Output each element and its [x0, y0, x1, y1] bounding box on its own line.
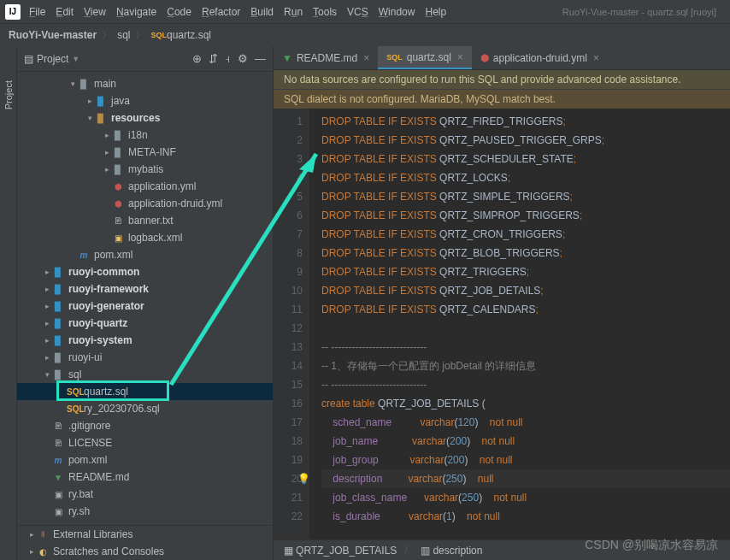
menu-run[interactable]: Run — [284, 6, 303, 18]
close-icon[interactable]: × — [363, 52, 369, 64]
tree-rybat[interactable]: ▣ry.bat — [17, 486, 273, 503]
project-panel-title: Project — [37, 53, 68, 65]
menu-code[interactable]: Code — [167, 6, 191, 18]
tree-ry-sql[interactable]: SQLry_20230706.sql — [17, 400, 273, 417]
editor-tabs: ▼README.md× SQLquartz.sql× ⬢application-… — [274, 46, 730, 70]
sql-file-icon: SQL — [67, 404, 80, 414]
project-tree-bottom: ▸⫴External Libraries ▸◐Scratches and Con… — [17, 525, 273, 560]
menu-window[interactable]: Window — [379, 6, 415, 18]
status-bar: ▦ QRTZ_JOB_DETAILS 〉 ▥ description — [274, 539, 730, 560]
tree-application-druid[interactable]: ⬢application-druid.yml — [17, 195, 273, 212]
tree-metainf[interactable]: ▸▉META-INF — [17, 144, 273, 161]
tab-application-druid[interactable]: ⬢application-druid.yml× — [472, 46, 608, 69]
tree-resources[interactable]: ▾▉resources — [17, 109, 273, 127]
menu-file[interactable]: File — [29, 6, 45, 18]
collapse-icon[interactable]: ⫞ — [225, 52, 231, 65]
close-icon[interactable]: × — [457, 51, 463, 63]
tree-application-yml[interactable]: ⬢application.yml — [17, 178, 273, 195]
status-column[interactable]: description — [433, 545, 482, 557]
editor-area: ▼README.md× SQLquartz.sql× ⬢application-… — [274, 46, 730, 560]
breadcrumb-root[interactable]: RuoYi-Vue-master — [9, 29, 97, 41]
menu-navigate[interactable]: Navigate — [116, 6, 156, 18]
dialect-banner[interactable]: SQL dialect is not configured. MariaDB, … — [274, 89, 730, 109]
tree-ui[interactable]: ▸▉ruoyi-ui — [17, 349, 273, 366]
column-icon: ▥ — [421, 545, 430, 557]
tree-gitignore[interactable]: 🖹.gitignore — [17, 417, 273, 434]
yml-file-icon: ⬢ — [480, 52, 489, 64]
code-editor[interactable]: 12345678910111213141516171819202122 DROP… — [274, 109, 730, 539]
menu-refactor[interactable]: Refactor — [202, 6, 240, 18]
tree-pom2[interactable]: mpom.xml — [17, 451, 273, 469]
tree-main[interactable]: ▾▉main — [17, 75, 273, 92]
tree-license[interactable]: 🖹LICENSE — [17, 434, 273, 451]
tree-generator[interactable]: ▸▉ruoyi-generator — [17, 298, 273, 315]
tree-framework[interactable]: ▸▉ruoyi-framework — [17, 280, 273, 298]
tree-scratches[interactable]: ▸◐Scratches and Consoles — [17, 543, 273, 560]
tree-sql-folder[interactable]: ▾▉sql — [17, 366, 273, 383]
app-icon: IJ — [5, 4, 21, 20]
menu-edit[interactable]: Edit — [56, 6, 74, 18]
table-icon: ▦ — [284, 545, 293, 557]
close-icon[interactable]: × — [593, 52, 599, 64]
tab-quartz-sql[interactable]: SQLquartz.sql× — [378, 46, 472, 69]
tab-readme[interactable]: ▼README.md× — [274, 46, 378, 69]
project-panel-header: ▤ Project ▼ ⊕ ⇵ ⫞ ⚙ — — [17, 46, 273, 72]
sql-file-icon: SQL — [386, 53, 403, 62]
gear-icon[interactable]: ⚙ — [238, 52, 248, 65]
code-content[interactable]: DROP TABLE IF EXISTS QRTZ_FIRED_TRIGGERS… — [309, 109, 730, 539]
project-tree: ▾▉main ▸▉java ▾▉resources ▸▉i18n ▸▉META-… — [17, 72, 273, 525]
window-title: RuoYi-Vue-master - quartz.sql [ruoyi] — [562, 7, 725, 17]
locate-icon[interactable]: ⊕ — [192, 52, 202, 65]
menu-view[interactable]: View — [84, 6, 106, 18]
tree-quartz-sql[interactable]: SQLquartz.sql — [17, 383, 273, 400]
tree-rysh[interactable]: ▣ry.sh — [17, 503, 273, 520]
project-panel-icon: ▤ — [24, 53, 33, 65]
tree-i18n[interactable]: ▸▉i18n — [17, 127, 273, 144]
tree-quartz[interactable]: ▸▉ruoyi-quartz — [17, 315, 273, 332]
menu-vcs[interactable]: VCS — [347, 6, 368, 18]
breadcrumb-folder[interactable]: sql — [117, 29, 130, 41]
expand-icon[interactable]: ⇵ — [209, 52, 218, 65]
menubar: IJ File Edit View Navigate Code Refactor… — [0, 0, 730, 24]
tree-banner[interactable]: 🖹banner.txt — [17, 212, 273, 229]
tree-logback[interactable]: ▣logback.xml — [17, 229, 273, 246]
tree-mybatis[interactable]: ▸▉mybatis — [17, 161, 273, 178]
project-panel: ▤ Project ▼ ⊕ ⇵ ⫞ ⚙ — ▾▉main ▸▉java ▾▉re… — [17, 46, 274, 560]
menu-tools[interactable]: Tools — [313, 6, 337, 18]
tree-system[interactable]: ▸▉ruoyi-system — [17, 332, 273, 349]
datasource-banner[interactable]: No data sources are configured to run th… — [274, 70, 730, 89]
sql-file-icon: SQL — [150, 31, 167, 39]
tree-java[interactable]: ▸▉java — [17, 92, 273, 109]
sql-file-icon: SQL — [67, 387, 80, 397]
tree-external-libs[interactable]: ▸⫴External Libraries — [17, 526, 273, 543]
tree-common[interactable]: ▸▉ruoyi-common — [17, 263, 273, 280]
tree-pom1[interactable]: mpom.xml — [17, 246, 273, 263]
project-sidetab[interactable]: Project — [0, 46, 17, 560]
hide-icon[interactable]: — — [255, 52, 266, 65]
tree-readme[interactable]: ▼README.md — [17, 469, 273, 486]
menu-help[interactable]: Help — [425, 6, 446, 18]
menu-build[interactable]: Build — [250, 6, 274, 18]
status-table[interactable]: QRTZ_JOB_DETAILS — [296, 545, 397, 557]
md-file-icon: ▼ — [282, 52, 292, 64]
breadcrumb-file[interactable]: quartz.sql — [167, 29, 211, 41]
breadcrumb: RuoYi-Vue-master 〉 sql 〉 SQL quartz.sql — [0, 24, 730, 46]
